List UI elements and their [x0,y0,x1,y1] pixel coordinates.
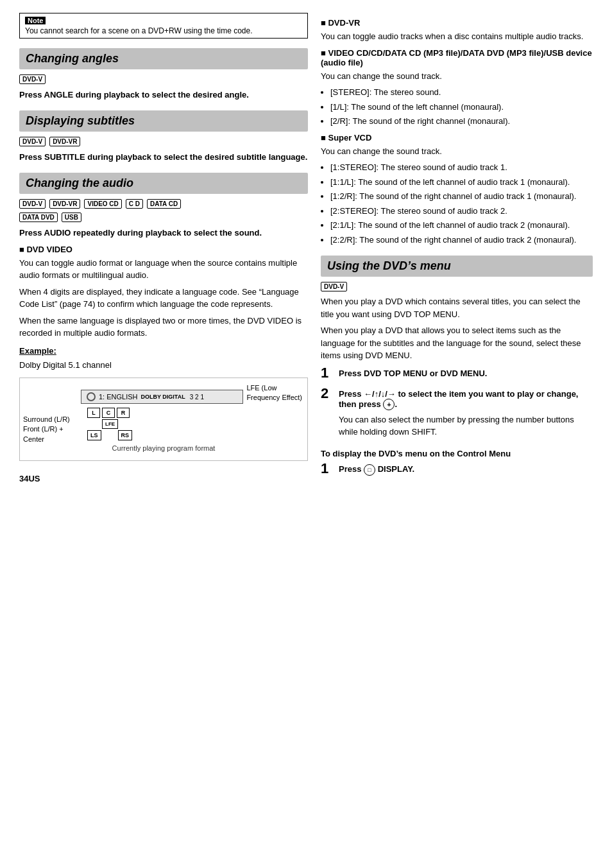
diagram-area: LFE (LowFrequency Effect) Surround (L/R)… [19,378,308,461]
diagram-bottom-label: Currently playing program format [26,444,301,452]
video-cd-text: You can change the sound track. [321,70,593,83]
dvd-vr-title: DVD-VR [321,18,593,28]
track-num-text: 1: ENGLISH [99,393,138,401]
step-3-number: 1 [321,462,334,476]
section-changing-angles: Changing angles [19,48,308,69]
note-text: You cannot search for a scene on a DVD+R… [25,26,302,35]
badge-dvdv-audio: DVD-V [19,199,46,209]
badge-cd-audio: C D [126,199,143,209]
step-2-extra: You can also select the number by pressi… [339,413,593,438]
angles-instruction: Press ANGLE during playback to select th… [19,89,308,101]
surround-label: Surround (L/R) [23,415,70,423]
super-vcd-list: [1:STEREO]: The stereo sound of audio tr… [330,161,593,246]
step-3-content: Press □ DISPLAY. [339,462,593,476]
badge-datadvd-audio: DATA DVD [19,213,58,222]
cd-icon [87,392,96,401]
circle-button: + [383,399,395,410]
dvd-vr-text: You can toggle audio tracks when a disc … [321,30,593,43]
speaker-R: R [117,408,130,418]
note-label: Note [25,17,46,24]
list-item: [1:2/R]: The sound of the right channel … [330,190,593,203]
badge-row-dvd-menu: DVD-V [321,282,593,291]
step-2-number: 2 [321,386,334,401]
step-1-content: Press DVD TOP MENU or DVD MENU. [339,366,593,378]
dvd-video-para1: You can toggle audio format or language … [19,257,308,282]
video-cd-title: VIDEO CD/CD/DATA CD (MP3 file)/DATA DVD … [321,48,593,67]
front-label: Front (L/R) +Center [23,424,64,444]
section-dvd-menu: Using the DVD’s menu [321,256,593,277]
to-display-heading: To display the DVD’s menu on the Control… [321,449,593,458]
list-item: [1:1/L]: The sound of the left channel o… [330,176,593,189]
list-item: [2:2/R]: The sound of the right channel … [330,234,593,247]
video-cd-list: [STEREO]: The stereo sound. [1/L]: The s… [330,86,593,128]
example-subtitle: Dolby Digital 5.1 channel [19,359,308,372]
speaker-C: C [102,408,115,418]
step-3-text: Press □ DISPLAY. [339,464,414,474]
track-nums-text: 3 2 1 [190,394,204,401]
subtitles-instruction: Press SUBTITLE during playback to select… [19,152,308,163]
badge-videocd-audio: VIDEO CD [84,199,121,209]
super-vcd-text: You can change the sound track. [321,145,593,158]
badge-dvdv-menu: DVD-V [321,282,347,291]
section-changing-audio: Changing the audio [19,173,308,194]
badge-usb-audio: USB [62,213,81,222]
super-vcd-title: Super VCD [321,133,593,143]
step-3: 1 Press □ DISPLAY. [321,462,593,476]
badge-row-audio: DVD-V DVD-VR VIDEO CD C D DATA CD [19,199,308,209]
speaker-RS: RS [118,430,133,440]
badge-dvdvr-audio: DVD-VR [49,199,80,209]
step-2-text: Press ←/↑/↓/→ to select the item you wan… [339,389,578,409]
page-number: 34US [19,474,308,483]
badge-datacd-audio: DATA CD [147,199,181,209]
list-item: [2:STEREO]: The stereo sound of audio tr… [330,205,593,218]
dvd-menu-para1: When you play a DVD which contains sever… [321,295,593,320]
list-item: [1/L]: The sound of the left channel (mo… [330,101,593,114]
section-displaying-subtitles: Displaying subtitles [19,110,308,132]
list-item: [1:STEREO]: The stereo sound of audio tr… [330,161,593,174]
step-1-number: 1 [321,366,334,380]
badge-dvdv-subtitles: DVD-V [19,137,46,146]
speaker-L: L [87,408,100,418]
step-1: 1 Press DVD TOP MENU or DVD MENU. [321,366,593,380]
dvd-video-para2: When 4 digits are displayed, they indica… [19,286,308,311]
speaker-LFE: LFE [102,419,118,429]
list-item: [STEREO]: The stereo sound. [330,86,593,99]
track-display-box: 1: ENGLISH DOLBY DIGITAL 3 2 1 [81,390,243,404]
badge-row-audio2: DATA DVD USB [19,213,308,222]
track-format-text: DOLBY DIGITAL [141,394,185,400]
lfe-label: LFE (LowFrequency Effect) [246,383,302,403]
speaker-LS: LS [87,430,101,440]
note-box: Note You cannot search for a scene on a … [19,13,308,39]
badge-row-angles: DVD-V [19,74,308,84]
dvd-video-para3: When the same language is displayed two … [19,315,308,340]
step-2-content: Press ←/↑/↓/→ to select the item you wan… [339,386,593,442]
display-icon-circle: □ [364,464,375,476]
list-item: [2/R]: The sound of the right channel (m… [330,115,593,128]
badge-dvdvr-subtitles: DVD-VR [49,137,80,146]
badge-row-subtitles: DVD-V DVD-VR [19,137,308,146]
step-2: 2 Press ←/↑/↓/→ to select the item you w… [321,386,593,442]
dvd-video-title: DVD VIDEO [19,245,308,254]
list-item: [2:1/L]: The sound of the left channel o… [330,219,593,232]
audio-instruction: Press AUDIO repeatedly during playback t… [19,227,308,239]
example-title: Example: [19,346,308,356]
step-1-text: Press DVD TOP MENU or DVD MENU. [339,369,487,378]
badge-dvdv-angles: DVD-V [19,74,46,84]
dvd-menu-para2: When you play a DVD that allows you to s… [321,324,593,362]
